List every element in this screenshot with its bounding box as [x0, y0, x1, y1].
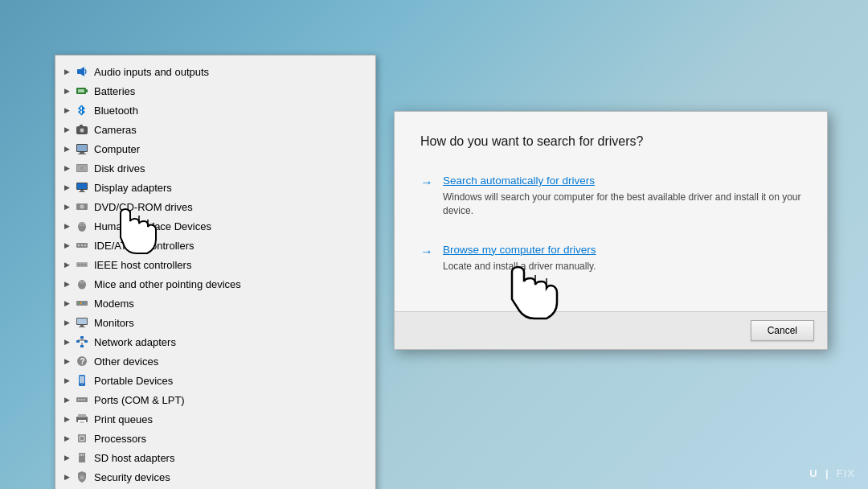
batteries-label: Batteries [94, 85, 135, 97]
processors-icon [75, 431, 89, 446]
device-item-disk[interactable]: ▶ Disk drives [55, 158, 375, 178]
svg-rect-45 [80, 325, 84, 327]
svg-rect-29 [78, 244, 80, 246]
ide-icon [75, 238, 89, 253]
cancel-button[interactable]: Cancel [751, 320, 814, 341]
device-item-batteries[interactable]: ▶ Batteries [55, 81, 375, 101]
mice-label: Mice and other pointing devices [94, 278, 241, 290]
dialog-title: How do you want to search for drivers? [420, 134, 801, 149]
chevron-icon: ▶ [62, 67, 72, 76]
device-item-ieee[interactable]: ▶ IEEE host controllers [55, 255, 375, 274]
svg-rect-46 [79, 327, 85, 327]
chevron-icon: ▶ [62, 202, 72, 212]
svg-rect-67 [78, 414, 86, 417]
svg-rect-0 [77, 69, 80, 74]
modems-icon [75, 296, 89, 310]
option2-container: Browse my computer for drivers Locate an… [443, 244, 596, 273]
update-driver-dialog: How do you want to search for drivers? →… [394, 111, 828, 350]
modems-label: Modems [94, 298, 134, 310]
device-item-modems[interactable]: ▶ Modems [55, 294, 375, 313]
chevron-icon: ▶ [62, 183, 72, 192]
chevron-icon: ▶ [62, 163, 72, 173]
processors-label: Processors [94, 433, 146, 445]
ports-icon [75, 392, 89, 407]
dialog-content: How do you want to search for drivers? →… [395, 112, 827, 311]
dvd-label: DVD/CD-ROM drives [94, 201, 193, 213]
device-item-other[interactable]: ▶ ? Other devices [55, 351, 375, 371]
device-item-print[interactable]: ▶ Print queues [55, 409, 375, 429]
bluetooth-icon [75, 103, 89, 117]
device-item-mice[interactable]: ▶ Mice and other pointing devices [55, 274, 375, 294]
chevron-icon: ▶ [62, 86, 72, 96]
mice-icon [75, 277, 89, 291]
svg-rect-10 [77, 145, 87, 151]
svg-rect-4 [78, 89, 84, 92]
browse-option[interactable]: → Browse my computer for drivers Locate … [420, 240, 801, 277]
device-item-processors[interactable]: ▶ Processors [55, 429, 375, 448]
computer-icon [75, 142, 89, 156]
svg-rect-44 [77, 318, 87, 324]
chevron-icon: ▶ [62, 376, 72, 385]
option1-container: Search automatically for drivers Windows… [443, 175, 801, 218]
device-manager-panel: ▶ Audio inputs and outputs ▶ Batteries ▶… [55, 55, 376, 489]
svg-point-35 [84, 264, 87, 266]
dialog-footer: Cancel [395, 311, 827, 349]
device-item-dvd[interactable]: ▶ DVD/CD-ROM drives [55, 197, 375, 216]
chevron-icon: ▶ [62, 221, 72, 231]
svg-rect-61 [78, 399, 79, 401]
svg-rect-69 [80, 421, 84, 422]
device-item-hid[interactable]: ▶ Human Interface Devices [55, 216, 375, 236]
chevron-icon: ▶ [62, 337, 72, 347]
arrow-right-icon: → [420, 175, 433, 190]
device-item-computer[interactable]: ▶ Computer [55, 139, 375, 158]
browse-desc: Locate and install a driver manually. [443, 260, 596, 273]
svg-text:?: ? [80, 357, 85, 366]
arrow-right-icon2: → [420, 244, 433, 259]
svg-rect-62 [80, 399, 80, 401]
display-icon [75, 180, 89, 195]
svg-point-7 [80, 129, 84, 132]
disk-label: Disk drives [94, 162, 145, 175]
sd-icon [75, 450, 89, 465]
bluetooth-label: Bluetooth [94, 105, 138, 117]
chevron-icon: ▶ [62, 356, 72, 366]
other-label: Other devices [94, 355, 158, 368]
device-item-bluetooth[interactable]: ▶ Bluetooth [55, 101, 375, 120]
device-item-audio[interactable]: ▶ Audio inputs and outputs [55, 62, 375, 81]
svg-rect-31 [84, 244, 86, 246]
device-item-security[interactable]: ▶ Security devices [55, 467, 375, 487]
chevron-icon: ▶ [62, 395, 72, 405]
search-auto-option[interactable]: → Search automatically for drivers Windo… [420, 171, 801, 221]
device-item-ide[interactable]: ▶ IDE/ATAPI controllers [55, 236, 375, 255]
chevron-icon: ▶ [62, 434, 72, 443]
device-item-monitors[interactable]: ▶ Monitors [55, 313, 375, 332]
ieee-label: IEEE host controllers [94, 259, 191, 271]
device-item-network[interactable]: ▶ Network adapters [55, 332, 375, 351]
chevron-icon: ▶ [62, 260, 72, 269]
audio-label: Audio inputs and outputs [94, 66, 209, 78]
chevron-icon: ▶ [62, 472, 72, 482]
chevron-icon: ▶ [62, 125, 72, 134]
device-item-ports[interactable]: ▶ Ports (COM & LPT) [55, 390, 375, 409]
batteries-icon [75, 84, 89, 98]
watermark-fix: FIX [837, 467, 855, 479]
security-label: Security devices [94, 471, 170, 483]
device-item-portable[interactable]: ▶ Portable Devices [55, 371, 375, 390]
svg-rect-41 [80, 302, 82, 304]
ide-label: IDE/ATAPI controllers [94, 240, 194, 252]
network-icon [75, 335, 89, 349]
chevron-icon: ▶ [62, 318, 72, 327]
portable-icon [75, 373, 89, 388]
svg-rect-20 [79, 191, 85, 192]
chevron-icon: ▶ [62, 279, 72, 289]
display-label: Display adapters [94, 182, 172, 194]
cameras-label: Cameras [94, 124, 137, 136]
disk-icon [75, 161, 89, 175]
device-item-display[interactable]: ▶ Display adapters [55, 178, 375, 197]
device-item-sd[interactable]: ▶ SD host adapters [55, 448, 375, 467]
svg-rect-8 [80, 125, 83, 127]
search-auto-title: Search automatically for drivers [443, 175, 801, 187]
chevron-icon: ▶ [62, 144, 72, 154]
computer-label: Computer [94, 143, 140, 155]
device-item-cameras[interactable]: ▶ Cameras [55, 120, 375, 139]
